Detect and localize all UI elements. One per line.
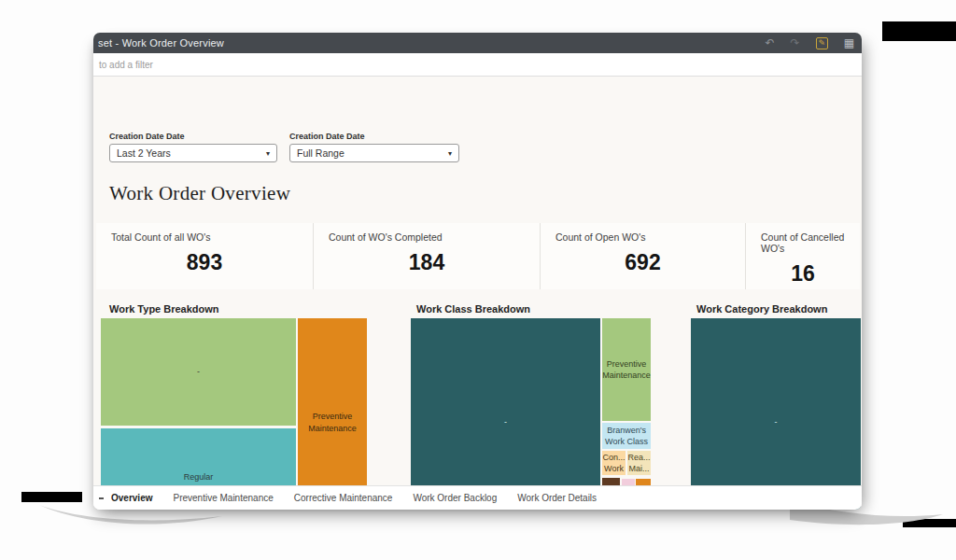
treemap-node-label: Preventive Maintenance: [602, 358, 651, 381]
filter-bar-hint: to add a filter: [93, 60, 153, 70]
tab-work-order-details[interactable]: Work Order Details: [517, 493, 597, 503]
treemap-node-label: Rea... Mai...: [628, 452, 651, 474]
kpi-label: Count of WO's Completed: [314, 231, 540, 243]
kpi-value: 893: [96, 250, 313, 275]
dashboard-canvas: Creation Date Date Last 2 Years ▾ Creati…: [93, 77, 862, 485]
page-title: Work Order Overview: [109, 182, 290, 205]
kpi-label: Count of Cancelled WO's: [746, 231, 860, 254]
kpi-label: Total Count of all WO's: [96, 231, 313, 243]
treemap-node-label: Con... Work: [603, 452, 626, 474]
app-window: set - Work Order Overview ↶ ↷ ✎ ▦ to add…: [93, 33, 862, 510]
treemap-node-blank[interactable]: -: [411, 318, 600, 510]
date-range-select-1[interactable]: Last 2 Years ▾: [109, 144, 277, 162]
chevron-down-icon: ▾: [448, 149, 452, 158]
kpi-value: 16: [746, 261, 860, 287]
kpi-completed-wos[interactable]: Count of WO's Completed 184: [313, 223, 540, 289]
chevron-down-icon: ▾: [266, 149, 270, 158]
kpi-label: Count of Open WO's: [541, 231, 745, 243]
treemap-work-class: -Preventive MaintenanceBranwen's Work Cl…: [411, 318, 651, 510]
kpi-cancelled-wos[interactable]: Count of Cancelled WO's 16: [745, 223, 860, 289]
undo-icon[interactable]: ↶: [766, 37, 775, 49]
treemap-work-category: -: [691, 318, 861, 510]
filter-bar[interactable]: to add a filter: [93, 53, 862, 77]
treemap-work-type: -RegularPreventive Maintenance: [101, 318, 367, 510]
treemap-node-label: -: [197, 366, 200, 377]
edit-icon[interactable]: ✎: [816, 37, 828, 49]
treemap-node-label: -: [775, 416, 778, 427]
kpi-total-wos[interactable]: Total Count of all WO's 893: [96, 223, 313, 289]
tab-preventive-maintenance[interactable]: Preventive Maintenance: [173, 493, 273, 503]
bottom-tab-bar: Overview Preventive Maintenance Correcti…: [93, 485, 862, 510]
treemap-node-label: -: [504, 416, 507, 427]
treemap-node-label: Regular: [184, 471, 214, 483]
date-range-select-1-value: Last 2 Years: [117, 147, 171, 159]
treemap-node-blank[interactable]: -: [101, 318, 296, 426]
title-bar: set - Work Order Overview ↶ ↷ ✎ ▦: [93, 33, 862, 53]
tab-overview[interactable]: Overview: [111, 493, 152, 503]
decor-black-bar-top-right: [882, 21, 956, 41]
decor-black-bar-bottom-right: [903, 519, 956, 527]
treemap-node-preventive-maintenance[interactable]: Preventive Maintenance: [298, 318, 367, 510]
filter-label-1: Creation Date Date: [109, 132, 185, 141]
treemap-node-label: Branwen's Work Class: [605, 425, 648, 447]
kpi-open-wos[interactable]: Count of Open WO's 692: [540, 223, 745, 289]
tab-work-order-backlog[interactable]: Work Order Backlog: [413, 493, 497, 503]
tab-corrective-maintenance[interactable]: Corrective Maintenance: [294, 493, 393, 503]
treemap-node-con-work[interactable]: Con... Work: [602, 451, 626, 475]
decor-black-bar-bottom-left: [21, 492, 82, 502]
date-range-select-2[interactable]: Full Range ▾: [289, 144, 459, 162]
filter-label-2: Creation Date Date: [289, 132, 365, 141]
treemap-node-blank[interactable]: -: [691, 318, 861, 510]
chart-title-work-class: Work Class Breakdown: [416, 303, 530, 315]
treemap-node-label: Preventive Maintenance: [308, 411, 357, 433]
window-title: set - Work Order Overview: [93, 37, 224, 49]
chart-title-work-category: Work Category Breakdown: [696, 303, 827, 315]
kpi-band: Total Count of all WO's 893 Count of WO'…: [96, 223, 860, 289]
kpi-value: 184: [314, 250, 540, 275]
treemap-node-branwens-work-class[interactable]: Branwen's Work Class: [602, 423, 651, 449]
chart-title-work-type: Work Type Breakdown: [109, 303, 219, 315]
date-range-select-2-value: Full Range: [297, 147, 344, 159]
calendar-grid-icon[interactable]: ▦: [844, 37, 854, 49]
kpi-value: 692: [541, 250, 745, 275]
treemap-node-rea-mai[interactable]: Rea... Mai...: [627, 451, 651, 475]
titlebar-icon-group: ↶ ↷ ✎ ▦: [766, 33, 854, 53]
redo-icon[interactable]: ↷: [791, 37, 800, 49]
treemap-node-preventive-maintenance[interactable]: Preventive Maintenance: [602, 318, 651, 421]
cropped-icon: [99, 497, 104, 499]
